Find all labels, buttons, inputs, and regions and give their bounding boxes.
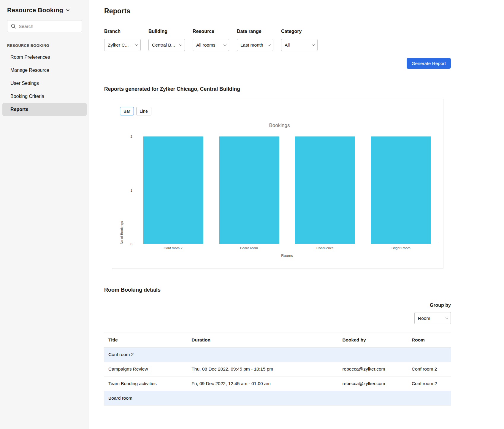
sidebar-nav: Room PreferencesManage ResourceUser Sett… (0, 51, 89, 116)
y-tick-label: 1 (131, 189, 132, 192)
chart-toggle-bar[interactable]: Bar (120, 107, 134, 115)
chart-plot (135, 136, 439, 244)
table-row: Team Bonding activitiesFri, 09 Dec 2022,… (104, 376, 451, 391)
cell-room: Conf room 2 (408, 376, 451, 391)
filter-select-resource[interactable]: All rooms (193, 39, 229, 51)
cell-duration: Fri, 09 Dec 2022, 12:45 am - 01:00 am (187, 376, 338, 391)
chart-card: Bar Line Bookings No of Bookings 012 Con… (112, 99, 443, 268)
chart-bar-column (363, 136, 439, 244)
select-value: Zylker C... (108, 42, 133, 48)
sidebar-item-manage-resource[interactable]: Manage Resource (2, 64, 87, 77)
sidebar-section-label: RESOURCE BOOKING (7, 44, 82, 48)
cell-title: Team Bonding activities (104, 376, 187, 391)
table-row: Campaigns ReviewThu, 08 Dec 2022, 09:45 … (104, 362, 451, 376)
group-by-select[interactable]: Room (414, 312, 451, 324)
filter-branch: BranchZylker C... (104, 29, 141, 51)
chart-y-axis-label: No of Bookings (120, 136, 123, 244)
chevron-down-icon (445, 316, 448, 319)
group-by-control: Group by Room (104, 303, 451, 324)
booking-table: Title Duration Booked by Room Conf room … (104, 333, 451, 406)
y-tick-label: 0 (131, 242, 132, 246)
chart-bar-column (135, 136, 211, 244)
filter-label: Category (281, 29, 318, 34)
cell-booked-by: rebecca@zylker.com (338, 362, 408, 376)
chart-toggle-line[interactable]: Line (136, 107, 151, 115)
table-group-row: Conf room 2 (104, 347, 451, 362)
cell-duration: Thu, 08 Dec 2022, 09:45 pm - 10:15 pm (187, 362, 338, 376)
x-tick-label: Bright Room (363, 246, 439, 250)
sidebar-item-reports[interactable]: Reports (2, 103, 87, 116)
group-row-title: Conf room 2 (104, 347, 451, 362)
filter-resource: ResourceAll rooms (193, 29, 229, 51)
table-group-row: Board room (104, 391, 451, 406)
search-icon (11, 24, 16, 29)
chart-bar (143, 136, 203, 244)
chart-x-axis-label: Rooms (135, 254, 439, 258)
select-value: Central B... (152, 42, 177, 48)
group-row-title: Board room (104, 391, 451, 406)
chart-bar-column (287, 136, 363, 244)
select-value: All rooms (196, 42, 222, 48)
cell-title: Campaigns Review (104, 362, 187, 376)
chart-title: Bookings (120, 123, 439, 128)
filter-select-building[interactable]: Central B... (148, 39, 185, 51)
filter-select-category[interactable]: All (281, 39, 318, 51)
filters-row: BranchZylker C...BuildingCentral B...Res… (104, 29, 451, 51)
filter-label: Branch (104, 29, 141, 34)
select-value: Room (418, 316, 443, 321)
cell-room: Conf room 2 (408, 362, 451, 376)
chart-bar (219, 136, 279, 244)
app-switcher[interactable]: Resource Booking (0, 7, 89, 14)
filter-category: CategoryAll (281, 29, 318, 51)
column-header-title: Title (104, 333, 187, 347)
chart-bar-column (211, 136, 287, 244)
filter-select-branch[interactable]: Zylker C... (104, 39, 141, 51)
filter-label: Resource (193, 29, 229, 34)
sidebar-item-booking-criteria[interactable]: Booking Criteria (2, 90, 87, 103)
chart-bar (295, 136, 355, 244)
chart-type-toggle: Bar Line (120, 107, 439, 115)
column-header-duration: Duration (187, 333, 338, 347)
report-section-heading: Reports generated for Zylker Chicago, Ce… (104, 86, 451, 92)
x-tick-label: Confluence (287, 246, 363, 250)
filter-date-range: Date rangeLast month (237, 29, 273, 51)
generate-report-button[interactable]: Generate Report (407, 58, 451, 69)
search-input[interactable] (19, 24, 78, 29)
app-title: Resource Booking (7, 7, 63, 14)
sidebar: Resource Booking RESOURCE BOOKING Room P… (0, 0, 89, 429)
chevron-down-icon (135, 43, 138, 46)
chevron-down-icon (179, 43, 182, 46)
column-header-room: Room (408, 333, 451, 347)
x-tick-label: Conf room 2 (135, 246, 211, 250)
chevron-down-icon (224, 43, 226, 46)
chart-categories: Conf room 2Board roomConfluenceBright Ro… (135, 246, 439, 250)
booking-table-body: Conf room 2Campaigns ReviewThu, 08 Dec 2… (104, 347, 451, 406)
filter-building: BuildingCentral B... (148, 29, 185, 51)
chart-yticks: 012 (126, 136, 132, 244)
y-tick-label: 2 (131, 135, 132, 138)
sidebar-item-user-settings[interactable]: User Settings (2, 77, 87, 90)
filter-label: Date range (237, 29, 273, 34)
chart-bar (371, 136, 431, 244)
group-by-label: Group by (430, 303, 451, 308)
page-title: Reports (104, 7, 451, 15)
filter-select-date-range[interactable]: Last month (237, 39, 273, 51)
sidebar-item-room-preferences[interactable]: Room Preferences (2, 51, 87, 64)
select-value: All (285, 42, 310, 48)
filter-label: Building (148, 29, 185, 34)
table-header-row: Title Duration Booked by Room (104, 333, 451, 347)
select-value: Last month (240, 42, 266, 48)
chevron-down-icon (312, 43, 315, 46)
cell-booked-by: rebecca@zylker.com (338, 376, 408, 391)
x-tick-label: Board room (211, 246, 287, 250)
booking-details-heading: Room Booking details (104, 287, 451, 293)
main-content: Reports BranchZylker C...BuildingCentral… (89, 0, 504, 429)
column-header-booked-by: Booked by (338, 333, 408, 347)
search-box[interactable] (7, 20, 82, 32)
chevron-down-icon (268, 43, 271, 46)
chevron-down-icon (66, 8, 69, 11)
